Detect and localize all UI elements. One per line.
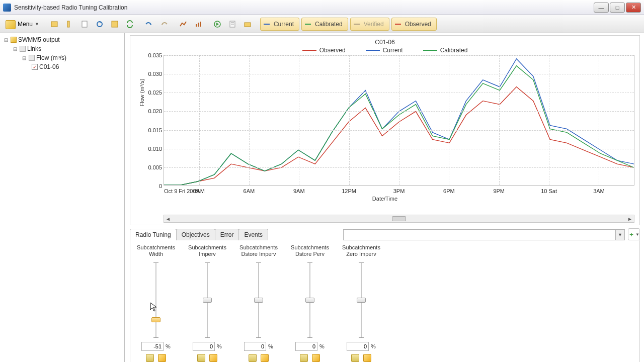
percent-label: % xyxy=(319,343,325,349)
lock-icon[interactable] xyxy=(197,354,205,362)
slider-label: SubcatchmentsWidth xyxy=(137,244,175,259)
radio-tuning-panel: SubcatchmentsWidth%SubcatchmentsImperv%S… xyxy=(130,240,640,362)
new-page-icon[interactable] xyxy=(78,18,91,31)
content-area: C01-06 ObservedCurrentCalibrated Flow (m… xyxy=(125,33,644,362)
percent-label: % xyxy=(166,343,171,349)
redo-icon[interactable] xyxy=(157,18,171,31)
series-selector-combo[interactable]: ▼ xyxy=(343,229,625,240)
tree-links[interactable]: ⊟ Links xyxy=(1,44,123,53)
y-tick: 0.010 xyxy=(140,146,162,152)
slider-thumb[interactable] xyxy=(357,298,366,303)
slider-label: SubcatchmentsZero Imperv xyxy=(342,244,380,259)
refresh-icon[interactable] xyxy=(93,18,106,31)
slider-value-input[interactable] xyxy=(295,342,317,351)
slider-track[interactable] xyxy=(355,262,368,338)
slider-value-input[interactable] xyxy=(193,342,215,351)
tab-objectives[interactable]: Objectives xyxy=(176,229,215,240)
x-tick: 10 Sat xyxy=(541,188,557,194)
scroll-left-icon[interactable]: ◄ xyxy=(164,216,172,222)
window-buttons: — □ ✕ xyxy=(594,3,641,13)
y-tick: 0.025 xyxy=(140,89,162,96)
legend-item: Observed xyxy=(302,47,346,54)
chart-scrollbar[interactable]: ◄ ► xyxy=(164,215,634,223)
run-icon[interactable] xyxy=(211,18,224,31)
chart-plot-area[interactable]: Flow (m³/s) Oct 9 Fri 2009 00.0050.0100.… xyxy=(164,55,634,186)
menu-label: Menu xyxy=(18,21,33,28)
slider-thumb[interactable] xyxy=(151,317,160,322)
slider-thumb[interactable] xyxy=(203,298,212,303)
tab-events[interactable]: Events xyxy=(238,229,268,240)
slider-thumb[interactable] xyxy=(254,298,263,303)
scroll-thumb[interactable] xyxy=(392,216,406,221)
window-title: Sensitivity-based Radio Tuning Calibrati… xyxy=(14,4,594,11)
svg-rect-12 xyxy=(245,23,251,27)
slider-track[interactable] xyxy=(149,262,163,338)
chevron-down-icon[interactable]: ▼ xyxy=(615,230,624,240)
lock-icon[interactable] xyxy=(300,354,308,362)
tab-radio-tuning[interactable]: Radio Tuning xyxy=(130,229,177,240)
report-icon[interactable] xyxy=(226,18,239,31)
legend-item: Calibrated xyxy=(423,47,468,54)
lock-icon[interactable] xyxy=(249,354,257,362)
chart-style-icon[interactable] xyxy=(177,18,190,31)
slider-zero-imperv: SubcatchmentsZero Imperv% xyxy=(341,244,382,362)
close-button[interactable]: ✕ xyxy=(626,3,641,13)
links-icon xyxy=(20,46,26,52)
slider-label: SubcatchmentsDstore Imperv xyxy=(239,244,278,259)
y-tick: 0.020 xyxy=(140,108,162,114)
series-toggle-group: CurrentCalibratedVerifiedObserved xyxy=(260,18,437,31)
import-icon[interactable] xyxy=(48,18,61,31)
x-tick: 3PM xyxy=(393,188,405,194)
wand-icon[interactable] xyxy=(158,354,166,362)
slider-value-input[interactable] xyxy=(141,342,164,351)
tree-node[interactable]: ✓ C01-06 xyxy=(1,62,123,71)
x-axis-label: Date/Time xyxy=(135,196,634,202)
wand-icon[interactable] xyxy=(209,354,217,362)
add-series-button[interactable]: ＋▼ xyxy=(628,228,640,240)
series-toggle-verified[interactable]: Verified xyxy=(350,18,389,31)
slider-dstore-imperv: SubcatchmentsDstore Imperv% xyxy=(238,244,279,362)
lock-icon[interactable] xyxy=(146,354,154,362)
series-toggle-current[interactable]: Current xyxy=(260,18,299,31)
svg-rect-2 xyxy=(82,21,87,27)
tree-links-label: Links xyxy=(27,45,41,52)
slider-value-input[interactable] xyxy=(244,342,266,351)
chart-legend: ObservedCurrentCalibrated xyxy=(135,47,634,54)
series-toggle-observed[interactable]: Observed xyxy=(391,18,437,31)
sync-icon[interactable] xyxy=(123,18,136,31)
tab-error[interactable]: Error xyxy=(215,229,239,240)
slider-track[interactable] xyxy=(252,262,265,338)
slider-imperv: SubcatchmentsImperv% xyxy=(187,244,228,362)
percent-label: % xyxy=(371,343,376,349)
slider-label: SubcatchmentsImperv xyxy=(188,244,226,259)
slider-thumb[interactable] xyxy=(305,298,314,303)
slider-value-input[interactable] xyxy=(347,342,369,351)
chevron-down-icon: ▼ xyxy=(35,22,39,27)
folder-add-icon[interactable] xyxy=(241,18,254,31)
svg-rect-6 xyxy=(198,23,199,27)
x-tick: 12PM xyxy=(342,188,356,194)
scroll-right-icon[interactable]: ► xyxy=(626,216,634,222)
tabs-row: Radio TuningObjectivesErrorEvents ▼ ＋▼ xyxy=(130,228,640,240)
tree-flow[interactable]: ⊟ Flow (m³/s) xyxy=(1,53,123,62)
tree-checkbox[interactable]: ✓ xyxy=(32,64,38,70)
wand-icon[interactable] xyxy=(312,354,320,362)
chart-options-icon[interactable] xyxy=(192,18,205,31)
lock-icon[interactable] xyxy=(351,354,359,362)
maximize-button[interactable]: □ xyxy=(610,3,625,13)
tree-root[interactable]: ⊟ SWMM5 output xyxy=(1,35,123,44)
minimize-button[interactable]: — xyxy=(594,3,609,13)
slider-track[interactable] xyxy=(303,262,316,338)
series-toggle-calibrated[interactable]: Calibrated xyxy=(301,18,348,31)
save-icon[interactable] xyxy=(108,18,121,31)
wand-icon[interactable] xyxy=(363,354,371,362)
svg-rect-1 xyxy=(67,21,69,27)
slider-track[interactable] xyxy=(201,262,214,338)
undo-icon[interactable] xyxy=(142,18,155,31)
export-icon[interactable] xyxy=(63,18,76,31)
main-area: ⊟ SWMM5 output ⊟ Links ⊟ Flow (m³/s) ✓ C… xyxy=(0,33,644,362)
y-tick: 0.005 xyxy=(140,164,162,170)
menu-button[interactable]: Menu ▼ xyxy=(3,18,42,31)
wand-icon[interactable] xyxy=(261,354,269,362)
y-tick: 0.035 xyxy=(140,52,162,58)
